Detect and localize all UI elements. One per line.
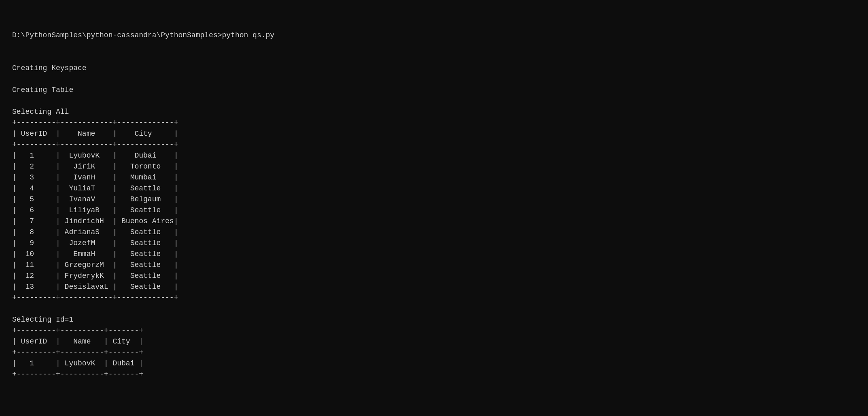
terminal-line: | 4 | YuliaT | Seattle | <box>12 183 856 194</box>
terminal-line: | UserID | Name | City | <box>12 336 856 347</box>
terminal-line <box>12 74 856 85</box>
terminal-line: +---------+------------+-------------+ <box>12 139 856 150</box>
terminal-line: | 5 | IvanaV | Belgaum | <box>12 194 856 205</box>
terminal-line: | 7 | JindrichH | Buenos Aires| <box>12 216 856 227</box>
terminal-line: +---------+----------+-------+ <box>12 369 856 380</box>
terminal-line: Selecting All <box>12 107 856 117</box>
terminal-line: | 12 | FryderykK | Seattle | <box>12 271 856 282</box>
terminal-line: | 9 | JozefM | Seattle | <box>12 238 856 249</box>
terminal-line: | 1 | LyubovK | Dubai | <box>12 358 856 369</box>
terminal-line: +---------+----------+-------+ <box>12 347 856 358</box>
terminal-line: | 6 | LiliyaB | Seattle | <box>12 205 856 216</box>
command-prompt: D:\PythonSamples\python-cassandra\Python… <box>12 30 856 41</box>
terminal-line: Selecting Id=1 <box>12 314 856 325</box>
terminal-line: +---------+------------+-------------+ <box>12 292 856 303</box>
terminal-line: Creating Table <box>12 85 856 96</box>
terminal-line: +---------+------------+-------------+ <box>12 117 856 128</box>
terminal-line <box>12 96 856 107</box>
terminal-line: Creating Keyspace <box>12 63 856 74</box>
terminal-line: | 8 | AdrianaS | Seattle | <box>12 227 856 238</box>
terminal-line: | 13 | DesislavaL | Seattle | <box>12 282 856 292</box>
terminal-window: D:\PythonSamples\python-cassandra\Python… <box>12 8 856 52</box>
terminal-output: Creating Keyspace Creating Table Selecti… <box>12 52 856 380</box>
terminal-line: | 2 | JiriK | Toronto | <box>12 161 856 172</box>
terminal-line: +---------+----------+-------+ <box>12 325 856 336</box>
terminal-line: | 11 | GrzegorzM | Seattle | <box>12 260 856 271</box>
terminal-line: | UserID | Name | City | <box>12 128 856 139</box>
terminal-line: | 3 | IvanH | Mumbai | <box>12 172 856 183</box>
terminal-line: | 10 | EmmaH | Seattle | <box>12 249 856 260</box>
terminal-line <box>12 303 856 314</box>
terminal-line <box>12 52 856 63</box>
terminal-line: | 1 | LyubovK | Dubai | <box>12 150 856 161</box>
